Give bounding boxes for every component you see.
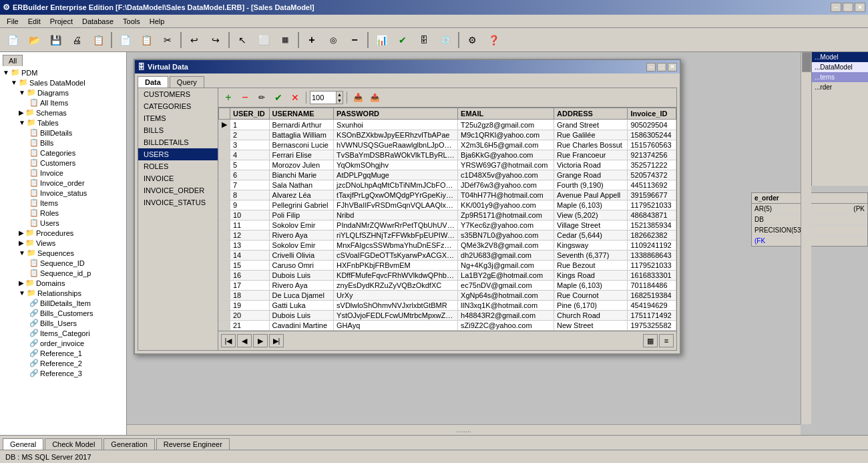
list-item-customers[interactable]: CUSTOMERS — [138, 88, 218, 100]
all-tab[interactable]: All — [3, 55, 23, 66]
tree-schemas[interactable]: ▶ 📁 Schemas — [0, 108, 126, 118]
check-button[interactable]: ✔ — [393, 31, 413, 49]
zoom-in-button[interactable]: + — [302, 31, 322, 49]
close-button[interactable]: ✕ — [855, 3, 865, 12]
list-item-categories[interactable]: CATEGORIES — [138, 100, 218, 112]
table-button[interactable]: ⬜ — [254, 31, 274, 49]
table-row[interactable]: 11 Sokolov Emir PIndaNMrZQWwrRrPetTQbUhU… — [219, 220, 676, 230]
tree-invoice-status[interactable]: 📋 Invoice_status — [0, 188, 126, 198]
menu-edit[interactable]: Edit — [24, 16, 45, 27]
table-row[interactable]: 6 Bianchi Marie AtDPLPgqMuge c1D48X5v@ya… — [219, 170, 676, 180]
zoom-normal-button[interactable]: ◎ — [323, 31, 343, 49]
dialog-minimize-button[interactable]: ─ — [646, 63, 656, 71]
delete-row-button[interactable]: − — [238, 91, 252, 104]
db1-button[interactable]: 🗄 — [414, 31, 434, 49]
confirm-button[interactable]: ✔ — [271, 91, 286, 104]
spin-down[interactable]: ▼ — [336, 98, 343, 104]
tree-relationships[interactable]: ▼ 📁 Relationships — [0, 288, 126, 298]
list-item-invoice[interactable]: INVOICE — [138, 172, 218, 184]
right-mini-item-1[interactable]: ...DataModel — [812, 62, 868, 72]
nav-prev-button[interactable]: ◀ — [237, 334, 252, 347]
tree-reference-2[interactable]: 🔗 Reference_2 — [0, 358, 126, 368]
tree-sales-datamodel[interactable]: ▼ 📁 Sales DataModel — [0, 78, 126, 88]
row-count-input[interactable]: ▲ ▼ — [310, 91, 343, 104]
report-button[interactable]: 📊 — [371, 31, 391, 49]
col-password[interactable]: PASSWORD — [334, 108, 458, 120]
menu-database[interactable]: Database — [78, 16, 118, 27]
table-row[interactable]: 20 Dubois Luis YstOJvjoFEDLFcwUMtrbcMpxw… — [219, 311, 676, 321]
copy-button[interactable]: 📄 — [115, 31, 135, 49]
table-row[interactable]: 13 Sokolov Emir MnxFAIgcsSSWbmaYhuDnESFz… — [219, 241, 676, 251]
table-row[interactable]: 4 Ferrari Elise TvSBaYmDSBRaWOkVlkTLByRL… — [219, 150, 676, 160]
table-row[interactable]: 15 Caruso Omri HXFnbPKbjFRBvmEM Ng+4Kg3j… — [219, 261, 676, 271]
list-item-bills[interactable]: BILLS — [138, 124, 218, 136]
tree-domains[interactable]: ▶ 📁 Domains — [0, 278, 126, 288]
save-button[interactable]: 💾 — [45, 31, 65, 49]
col-user-id[interactable]: USER_ID — [230, 108, 270, 120]
tree-bills-users[interactable]: 🔗 Bills_Users — [0, 318, 126, 328]
tree-users[interactable]: 📋 Users — [0, 218, 126, 228]
paste-button[interactable]: 📋 — [136, 31, 156, 49]
tree-tables[interactable]: ▼ 📁 Tables — [0, 118, 126, 128]
edit-button[interactable]: ✏ — [254, 91, 269, 104]
zoom-out-button[interactable]: − — [345, 31, 365, 49]
table-row[interactable]: 16 Dubois Luis KDffFMufeFqvcFRhWVlkdwQPh… — [219, 271, 676, 281]
tree-roles[interactable]: 📋 Roles — [0, 208, 126, 218]
tree-items-categori[interactable]: 🔗 Items_Categori — [0, 328, 126, 338]
menu-tools[interactable]: Tools — [119, 16, 144, 27]
tree-billdetails-item[interactable]: 🔗 BillDetails_Item — [0, 298, 126, 308]
table-row[interactable]: 7 Sala Nathan jzcDNoLhpAqMtCbTiNMmJCbFOy… — [219, 180, 676, 190]
tab-query[interactable]: Query — [170, 76, 204, 88]
tree-order-invoice[interactable]: 🔗 order_invoice — [0, 338, 126, 348]
new-button[interactable]: 📄 — [3, 31, 23, 49]
minimize-button[interactable]: ─ — [831, 3, 841, 12]
tree-all-items[interactable]: 📋 All Items — [0, 98, 126, 108]
list-item-items[interactable]: ITEMS — [138, 112, 218, 124]
tab-general[interactable]: General — [3, 438, 43, 450]
tree-items[interactable]: 📋 Items — [0, 198, 126, 208]
scrollbar-thumb[interactable] — [802, 52, 811, 72]
col-email[interactable]: EMAIL — [458, 108, 554, 120]
tree-views[interactable]: ▶ 📁 Views — [0, 238, 126, 248]
nav-last-button[interactable]: ▶| — [269, 334, 284, 347]
list-item-users[interactable]: USERS — [138, 148, 218, 160]
help-button[interactable]: ❓ — [483, 31, 503, 49]
tree-invoice[interactable]: 📋 Invoice — [0, 168, 126, 178]
table-row[interactable]: 21 Cavadini Martine GHAyq sZi9Z2C@yahoo.… — [219, 321, 676, 331]
cancel-edit-button[interactable]: ✕ — [288, 91, 302, 104]
open-button[interactable]: 📂 — [24, 31, 44, 49]
dialog-close-button[interactable]: ✕ — [668, 63, 677, 71]
tab-data[interactable]: Data — [138, 76, 168, 88]
tree-bills-customers[interactable]: 🔗 Bills_Customers — [0, 308, 126, 318]
table-row[interactable]: 19 Gatti Luka sVDlwloShOhmvNVJxrlxbtGtBM… — [219, 301, 676, 311]
table-row[interactable]: 5 Morozov Julen YqOkmSOhgjhv YRSW69G7@ho… — [219, 160, 676, 170]
view-list-button[interactable]: ≡ — [659, 334, 674, 347]
col-username[interactable]: USERNAME — [269, 108, 334, 120]
tree-diagrams[interactable]: ▼ 📁 Diagrams — [0, 88, 126, 98]
undo-button[interactable]: ↩ — [184, 31, 204, 49]
tree-sequence-id-p[interactable]: 📋 Sequence_id_p — [0, 268, 126, 278]
tab-check-model[interactable]: Check Model — [45, 438, 102, 450]
nav-first-button[interactable]: |◀ — [221, 334, 236, 347]
select-button[interactable]: ↖ — [232, 31, 252, 49]
nav-next-button[interactable]: ▶ — [253, 334, 268, 347]
tree-sequences[interactable]: ▼ 📁 Sequences — [0, 248, 126, 258]
table-row[interactable]: 8 Alvarez Léa tTaxjfPrLgQxwOMQdgPYrGpeKi… — [219, 190, 676, 200]
menu-help[interactable]: Help — [146, 16, 169, 27]
print-button[interactable]: 🖨 — [67, 31, 87, 49]
col-invoice-id[interactable]: Invoice_ID — [628, 108, 676, 120]
redo-button[interactable]: ↪ — [206, 31, 226, 49]
tree-categories[interactable]: 📋 Categories — [0, 148, 126, 158]
tree-pdm[interactable]: ▼ 📁 PDM — [0, 67, 126, 78]
list-item-invoice-status[interactable]: INVOICE_STATUS — [138, 196, 218, 208]
tree-billdetails[interactable]: 📋 BillDetails — [0, 128, 126, 138]
tab-reverse-engineer[interactable]: Reverse Engineer — [156, 438, 230, 450]
row-count-field[interactable] — [310, 92, 336, 104]
tree-sequence-id[interactable]: 📋 Sequence_ID — [0, 258, 126, 268]
vertical-scrollbar[interactable] — [801, 52, 811, 424]
table-row[interactable]: 18 De Luca Djamel UrXy XgNp64s@hotmail.c… — [219, 291, 676, 301]
tree-reference-1[interactable]: 🔗 Reference_1 — [0, 348, 126, 358]
horizontal-scrollbar[interactable]: ........ — [127, 424, 801, 435]
add-row-button[interactable]: + — [221, 91, 236, 104]
export-button[interactable]: 📤 — [367, 91, 382, 104]
